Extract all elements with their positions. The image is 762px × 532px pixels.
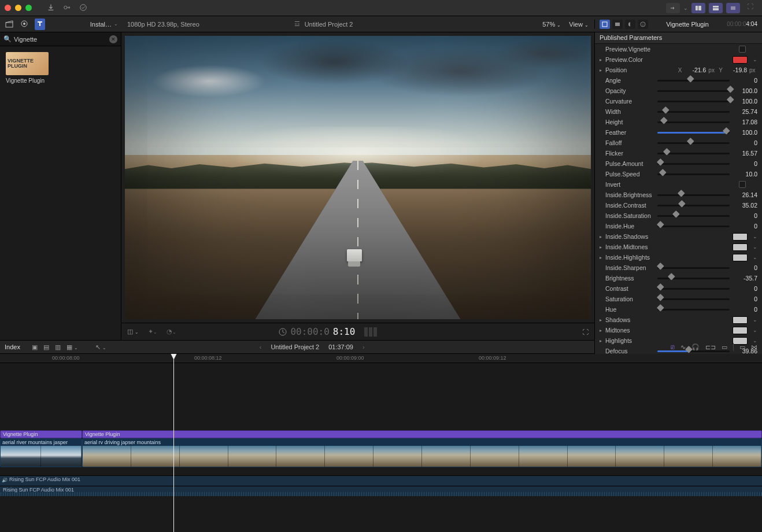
param-value[interactable]: 100.0	[733, 98, 757, 105]
zoom-dropdown[interactable]: 57% ⌄	[542, 21, 561, 28]
timeline[interactable]: 00:00:08:0000:00:08:1200:00:09:0000:00:0…	[0, 354, 762, 532]
color-well[interactable]	[733, 243, 748, 251]
keyword-icon[interactable]	[63, 3, 71, 13]
param-control[interactable]: X-21.6pxY-19.8px	[657, 66, 757, 73]
disclosure-icon[interactable]: ▸	[600, 328, 605, 333]
param-value[interactable]: 25.74	[733, 108, 757, 115]
slider[interactable]	[657, 267, 730, 269]
timeline-ruler[interactable]: 00:00:08:0000:00:08:1200:00:09:0000:00:0…	[0, 354, 762, 363]
param-control[interactable]: 0	[657, 306, 757, 313]
chevron-down-icon[interactable]: ⌄	[753, 327, 757, 333]
snapping-icon[interactable]: ⊏⊐	[705, 343, 716, 351]
slider[interactable]	[657, 309, 730, 311]
slider[interactable]	[657, 288, 730, 290]
disclosure-icon[interactable]: ▸	[600, 255, 605, 260]
chevron-down-icon[interactable]: ⌄	[753, 244, 757, 250]
param-control[interactable]: ⌄	[657, 254, 757, 261]
chevron-down-icon[interactable]: ⌄	[753, 317, 757, 323]
param-control[interactable]	[657, 181, 757, 188]
slider[interactable]	[657, 111, 730, 113]
disclosure-icon[interactable]: ▸	[600, 68, 605, 73]
slider[interactable]	[657, 163, 730, 165]
layout-timeline-button[interactable]	[709, 3, 723, 13]
fx-clip[interactable]: Vignette Plugin	[0, 430, 82, 438]
playhead[interactable]	[173, 354, 174, 532]
close-button[interactable]	[5, 5, 11, 11]
param-value[interactable]: 0	[733, 212, 757, 219]
param-value[interactable]: 0	[733, 139, 757, 146]
slider[interactable]	[657, 80, 730, 82]
disclosure-icon[interactable]: ▸	[600, 245, 605, 250]
slider[interactable]	[657, 101, 730, 102]
param-control[interactable]: 17.08	[657, 119, 757, 125]
param-value[interactable]: -21.6	[684, 66, 706, 73]
audio-track[interactable]: Rising Sun FCP Audio Mix 001	[0, 486, 762, 496]
arrow-tool-icon[interactable]: ↖ ⌄	[95, 343, 106, 351]
param-control[interactable]: 35.02	[657, 202, 757, 209]
param-control[interactable]: 26.14	[657, 191, 757, 198]
param-value[interactable]: 35.02	[733, 202, 757, 209]
color-well[interactable]	[733, 327, 748, 334]
view-dropdown[interactable]: View ⌄	[569, 21, 589, 28]
param-control[interactable]: 25.74	[657, 108, 757, 115]
import-icon[interactable]	[47, 3, 55, 13]
param-value[interactable]: 0	[733, 295, 757, 302]
solo-icon[interactable]: 🎧	[691, 343, 700, 351]
param-value[interactable]: 17.08	[733, 119, 757, 125]
inspector-tab-audio[interactable]	[625, 20, 635, 29]
overwrite-clip-icon[interactable]: ▦ ⌄	[66, 343, 78, 351]
clapper-icon[interactable]	[5, 19, 14, 29]
param-control[interactable]: 10.0	[657, 171, 757, 178]
param-control[interactable]: ⌄	[657, 56, 757, 64]
param-value[interactable]: 0	[733, 285, 757, 292]
param-value[interactable]: 0	[733, 264, 757, 271]
slider[interactable]	[657, 215, 730, 217]
append-clip-icon[interactable]: ▥	[55, 343, 61, 351]
param-value[interactable]: 16.57	[733, 150, 757, 157]
slider[interactable]	[657, 194, 730, 196]
next-edit-icon[interactable]: ›	[362, 343, 365, 350]
retime-tool-icon[interactable]: ◔⌄	[167, 328, 176, 335]
transform-tool-icon[interactable]: ◫ ⌄	[127, 328, 139, 335]
slider[interactable]	[657, 278, 730, 279]
param-value[interactable]: 0	[733, 160, 757, 167]
video-clip[interactable]: aerial rv driving japser mountains	[82, 438, 762, 467]
viewer-canvas[interactable]	[121, 32, 594, 323]
clear-search-button[interactable]: ✕	[109, 35, 117, 43]
skimming-icon[interactable]: ⎚	[671, 343, 675, 350]
param-value[interactable]: -35.7	[733, 275, 757, 282]
param-control[interactable]: 0	[657, 160, 757, 167]
param-control[interactable]	[657, 46, 757, 53]
param-value[interactable]: 100.0	[733, 129, 757, 136]
slider[interactable]	[657, 142, 730, 144]
search-input[interactable]	[14, 36, 109, 43]
prev-edit-icon[interactable]: ‹	[260, 343, 262, 350]
param-control[interactable]: 0	[657, 285, 757, 292]
fx-clip[interactable]: Vignette Plugin	[82, 430, 762, 438]
slider[interactable]	[657, 350, 730, 352]
enhance-tool-icon[interactable]: ✦⌄	[148, 328, 157, 335]
param-control[interactable]: 100.0	[657, 98, 757, 105]
param-value[interactable]: 0	[733, 77, 757, 84]
param-control[interactable]: ⌄	[657, 243, 757, 251]
param-control[interactable]: 0	[657, 139, 757, 146]
param-control[interactable]: 0	[657, 264, 757, 271]
param-control[interactable]: ⌄	[657, 327, 757, 334]
inspector-tab-generator[interactable]	[612, 20, 623, 29]
clip-appearance-icon[interactable]: ▭	[722, 343, 727, 351]
slider[interactable]	[657, 90, 730, 92]
chevron-down-icon[interactable]: ⌄	[753, 254, 757, 260]
param-control[interactable]: -35.7	[657, 275, 757, 282]
param-value[interactable]: 26.14	[733, 191, 757, 198]
connect-clip-icon[interactable]: ▣	[32, 343, 38, 351]
param-control[interactable]: 100.0	[657, 129, 757, 136]
disclosure-icon[interactable]: ▸	[600, 317, 605, 323]
slider[interactable]	[657, 153, 730, 154]
transitions-icon[interactable]: ⋈	[751, 343, 757, 351]
minimize-button[interactable]	[15, 5, 21, 11]
disclosure-icon[interactable]: ▸	[600, 57, 605, 62]
param-value[interactable]: 10.0	[733, 171, 757, 178]
chevron-down-icon[interactable]: ⌄	[753, 57, 757, 62]
audio-track[interactable]: 🔊 Rising Sun FCP Audio Mix 001	[0, 475, 762, 486]
install-dropdown[interactable]: Instal… ⌄	[90, 21, 118, 28]
